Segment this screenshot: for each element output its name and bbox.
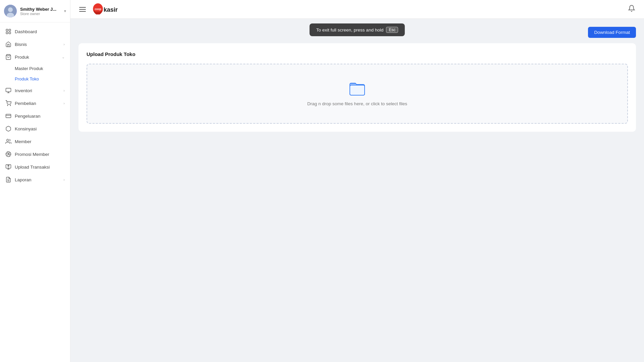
produk-expand-icon: ⌄ [62,55,65,59]
upload-transaksi-icon [5,164,11,170]
logo: coop kasir [92,3,136,15]
svg-point-9 [7,105,8,106]
hamburger-line-2 [79,9,86,10]
sidebar-item-pembelian[interactable]: Pembelian › [0,97,70,110]
bisnis-icon [5,41,11,47]
sidebar-item-produk-label: Produk [15,55,62,60]
svg-text:kasir: kasir [104,6,118,13]
pembelian-icon [5,100,11,106]
member-icon [5,138,11,144]
folder-icon [349,81,365,97]
dashboard-icon [5,28,11,35]
produk-toko-label: Produk Toko [15,76,39,81]
sidebar-item-inventori-label: Inventori [15,88,63,93]
upload-card: Upload Produk Toko Drag n drop some file… [78,43,636,132]
sidebar-item-pengeluaran[interactable]: Pengeluaran [0,110,70,122]
sidebar-item-bisnis[interactable]: Bisnis › [0,38,70,51]
notification-button[interactable] [626,3,637,16]
sidebar-item-upload-transaksi-label: Upload Transaksi [15,165,65,170]
svg-rect-6 [9,32,11,34]
sidebar-item-produk[interactable]: Produk ⌄ [0,51,70,63]
topbar-right [626,3,637,16]
sidebar-item-promosi-member[interactable]: Promosi Member [0,148,70,161]
sidebar-item-konsinyasi[interactable]: Konsinyasi [0,122,70,135]
bell-icon [628,5,635,12]
user-name: Smithy Weber J... [20,7,60,12]
sidebar-item-upload-transaksi[interactable]: Upload Transaksi [0,161,70,173]
sidebar-item-bisnis-label: Bisnis [15,42,63,47]
svg-point-1 [8,7,13,12]
svg-rect-11 [6,114,11,118]
chevron-down-icon: ▾ [64,9,66,13]
topbar: coop kasir [70,0,644,19]
pengeluaran-icon [5,113,11,119]
avatar [4,5,17,17]
promosi-icon [5,151,11,157]
konsinyasi-icon [5,126,11,132]
esc-key-badge: Esc [386,27,398,33]
upload-card-title: Upload Produk Toko [87,51,628,57]
dropzone-text: Drag n drop some files here, or click to… [307,101,407,106]
sidebar-item-konsinyasi-label: Konsinyasi [15,126,65,131]
sidebar-item-member-label: Member [15,139,65,144]
sidebar-item-master-produk[interactable]: Master Produk [0,63,70,74]
sidebar-item-pembelian-label: Pembelian [15,101,63,106]
master-produk-label: Master Produk [15,66,43,71]
sidebar-item-produk-toko[interactable]: Produk Toko [0,74,70,84]
download-format-button[interactable]: Download Format [588,27,636,38]
hamburger-line-3 [79,11,86,12]
inventori-icon [5,87,11,94]
sidebar-item-pengeluaran-label: Pengeluaran [15,114,65,119]
inventori-expand-icon: › [63,88,65,93]
sidebar: Smithy Weber J... Store owner ▾ Dashboar… [0,0,70,362]
sidebar-item-dashboard[interactable]: Dashboard [0,25,70,38]
main-area: coop kasir To exit full screen, press an… [70,0,644,362]
svg-rect-3 [6,29,8,31]
user-role: Store owner [20,12,64,16]
user-profile[interactable]: Smithy Weber J... Store owner ▾ [0,0,70,22]
svg-point-13 [7,139,9,141]
pembelian-expand-icon: › [63,101,65,105]
sidebar-item-laporan[interactable]: Laporan › [0,173,70,186]
user-info: Smithy Weber J... Store owner [20,7,64,16]
sidebar-item-laporan-label: Laporan [15,177,63,182]
fullscreen-toast: To exit full screen, press and hold Esc [310,23,405,36]
produk-icon [5,54,11,60]
sidebar-item-member[interactable]: Member [0,135,70,148]
sidebar-item-inventori[interactable]: Inventori › [0,84,70,97]
content-area: To exit full screen, press and hold Esc … [70,19,644,362]
svg-rect-5 [6,32,8,34]
toast-message: To exit full screen, press and hold [316,27,383,33]
hamburger-button[interactable] [77,5,88,14]
sidebar-item-promosi-member-label: Promosi Member [15,152,65,157]
svg-rect-8 [6,88,11,92]
svg-rect-4 [9,29,11,31]
laporan-icon [5,177,11,183]
sidebar-nav: Dashboard Bisnis › Produk ⌄ Master Produ… [0,22,70,189]
hamburger-line-1 [79,7,86,8]
laporan-expand-icon: › [63,178,65,182]
sidebar-item-dashboard-label: Dashboard [15,29,65,34]
coopkasir-logo: coop kasir [92,3,136,15]
bisnis-expand-icon: › [63,42,65,46]
svg-text:coop: coop [95,8,101,11]
dropzone[interactable]: Drag n drop some files here, or click to… [87,64,628,124]
svg-point-10 [10,105,11,106]
